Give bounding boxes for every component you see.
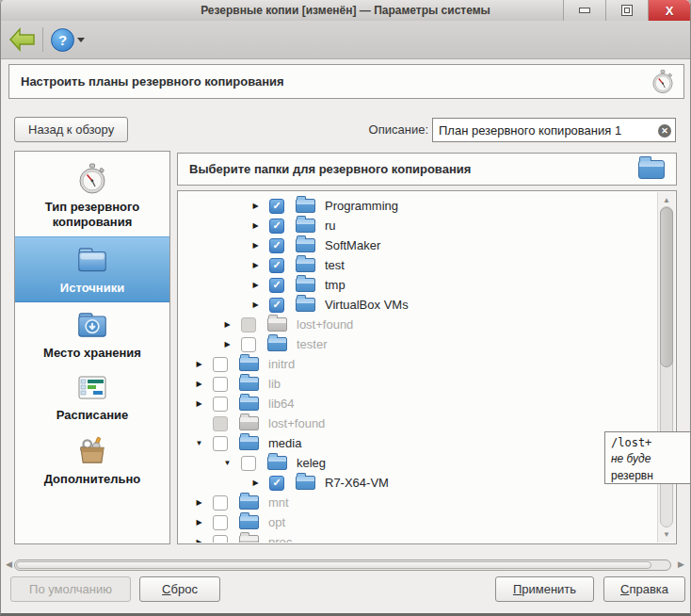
- back-arrow-icon[interactable]: [8, 27, 37, 52]
- expander-icon[interactable]: ▼: [222, 460, 233, 467]
- tree-row[interactable]: ▶initrd: [179, 354, 658, 374]
- chevron-down-icon: [77, 38, 85, 42]
- tree-row[interactable]: ▶proc: [179, 532, 658, 543]
- scroll-left-icon[interactable]: ◀: [6, 560, 12, 569]
- close-button[interactable]: X: [648, 0, 690, 21]
- expander-icon[interactable]: ▶: [222, 321, 233, 329]
- scroll-right-icon[interactable]: ▶: [678, 560, 684, 569]
- tree-viewport: ▶Programming▶ru▶SoftMaker▶test▶tmp▶Virtu…: [179, 192, 658, 543]
- folder-icon: [638, 160, 665, 179]
- folder-icon: [267, 337, 287, 351]
- checkbox[interactable]: [269, 238, 284, 253]
- tree-row[interactable]: ▶test: [179, 255, 658, 275]
- checkbox[interactable]: [213, 377, 228, 392]
- checkbox[interactable]: [269, 298, 284, 313]
- tree-item-label: test: [325, 258, 345, 272]
- description-input[interactable]: План резервного копирования 1 ✕: [432, 118, 676, 142]
- sidebar-item-label: Дополнительно: [44, 472, 141, 487]
- tree-item-label: proc: [268, 535, 292, 543]
- sidebar-item-sources[interactable]: Источники: [15, 236, 169, 302]
- tree-row[interactable]: ▶lost+found: [179, 315, 658, 334]
- expander-icon[interactable]: ▶: [194, 519, 204, 527]
- checkbox[interactable]: [269, 258, 284, 273]
- tooltip: /lost+ не буде резервн: [604, 431, 691, 484]
- tree-item-label: Programming: [325, 199, 398, 213]
- tree-item-label: lost+found: [297, 317, 353, 332]
- expander-icon[interactable]: ▶: [250, 262, 261, 269]
- minimize-button[interactable]: [563, 0, 605, 21]
- checkbox[interactable]: [241, 337, 256, 352]
- checkbox[interactable]: [269, 476, 284, 491]
- hscrollbar-track[interactable]: [14, 559, 671, 571]
- tree-row[interactable]: ▶tester: [179, 334, 658, 354]
- tree-row[interactable]: ▶mnt: [179, 493, 658, 512]
- expander-icon[interactable]: ▶: [250, 242, 261, 250]
- horizontal-scrollbar[interactable]: ◀ ▶: [1, 558, 691, 571]
- sidebar-item-schedule[interactable]: Расписание: [15, 366, 169, 429]
- expander-icon[interactable]: ▶: [250, 203, 261, 210]
- folder-icon: [267, 317, 287, 332]
- defaults-button[interactable]: По умолчанию: [10, 576, 131, 602]
- vertical-scrollbar[interactable]: ▲ ▼: [657, 192, 675, 543]
- tree-row[interactable]: ▶R7-X64-VM: [179, 473, 658, 493]
- expander-icon[interactable]: ▶: [194, 499, 204, 507]
- clear-text-icon[interactable]: ✕: [658, 124, 671, 138]
- tree-row[interactable]: ▶lib64: [179, 394, 658, 413]
- sidebar-item-storage[interactable]: Место хранения: [15, 302, 169, 366]
- sidebar-item-backup-type[interactable]: Тип резервного копирования: [15, 152, 169, 236]
- tree-row[interactable]: ▼keleg: [179, 453, 658, 473]
- expander-icon[interactable]: ▶: [194, 361, 204, 368]
- expander-icon[interactable]: ▶: [250, 222, 261, 230]
- reset-button[interactable]: Сброс: [139, 576, 220, 602]
- titlebar[interactable]: Резервные копии [изменён] — Параметры си…: [1, 0, 690, 22]
- help-button[interactable]: ?: [51, 28, 85, 52]
- scroll-up-icon[interactable]: ▲: [658, 197, 675, 204]
- checkbox[interactable]: [213, 535, 228, 543]
- checkbox[interactable]: [213, 416, 228, 431]
- help-button[interactable]: Справка: [603, 576, 685, 602]
- folder-download-icon: [74, 307, 110, 343]
- expander-icon[interactable]: ▶: [194, 381, 204, 388]
- checkbox[interactable]: [269, 199, 284, 214]
- sidebar-item-advanced[interactable]: Дополнительно: [15, 429, 169, 493]
- tree-row[interactable]: ▶opt: [179, 512, 658, 532]
- close-icon: X: [666, 5, 674, 17]
- checkbox[interactable]: [269, 219, 284, 234]
- tree-row[interactable]: ▶Programming: [179, 196, 658, 216]
- tree-item-label: keleg: [297, 456, 326, 470]
- tree-row[interactable]: lost+found: [179, 413, 658, 433]
- folder-icon: [239, 416, 259, 430]
- expander-icon[interactable]: ▶: [250, 479, 261, 487]
- maximize-button[interactable]: [605, 0, 648, 21]
- checkbox[interactable]: [213, 515, 228, 530]
- expander-icon[interactable]: ▶: [194, 400, 204, 408]
- tree-row[interactable]: ▶lib: [179, 374, 658, 394]
- checkbox[interactable]: [241, 456, 256, 471]
- checkbox[interactable]: [213, 397, 228, 412]
- checkbox[interactable]: [269, 278, 284, 293]
- apply-button[interactable]: Применить: [495, 576, 594, 602]
- tree-row[interactable]: ▶VirtualBox VMs: [179, 295, 658, 315]
- expander-icon[interactable]: ▶: [250, 282, 261, 289]
- tree-row[interactable]: ▶tmp: [179, 275, 658, 295]
- scrollbar-thumb[interactable]: [660, 207, 673, 367]
- folder-icon: [239, 377, 259, 391]
- checkbox[interactable]: [213, 495, 228, 511]
- checkbox[interactable]: [213, 357, 228, 372]
- tree-item-label: lost+found: [268, 416, 325, 430]
- back-to-overview-button[interactable]: Назад к обзору: [14, 117, 128, 142]
- folder-icon: [267, 456, 287, 470]
- expander-icon[interactable]: ▶: [222, 341, 233, 349]
- folder-icon: [296, 278, 315, 292]
- tree-row[interactable]: ▶SoftMaker: [179, 235, 658, 255]
- tree-row[interactable]: ▼media: [179, 433, 658, 453]
- folder-icon: [296, 219, 315, 233]
- scroll-down-icon[interactable]: ▼: [658, 531, 675, 539]
- expander-icon[interactable]: ▼: [194, 440, 204, 447]
- checkbox[interactable]: [213, 436, 228, 451]
- hscrollbar-thumb[interactable]: [16, 561, 651, 569]
- expander-icon[interactable]: ▶: [250, 301, 261, 309]
- tree-row[interactable]: ▶ru: [179, 216, 658, 235]
- checkbox[interactable]: [241, 317, 256, 332]
- expander-icon[interactable]: ▶: [194, 539, 204, 543]
